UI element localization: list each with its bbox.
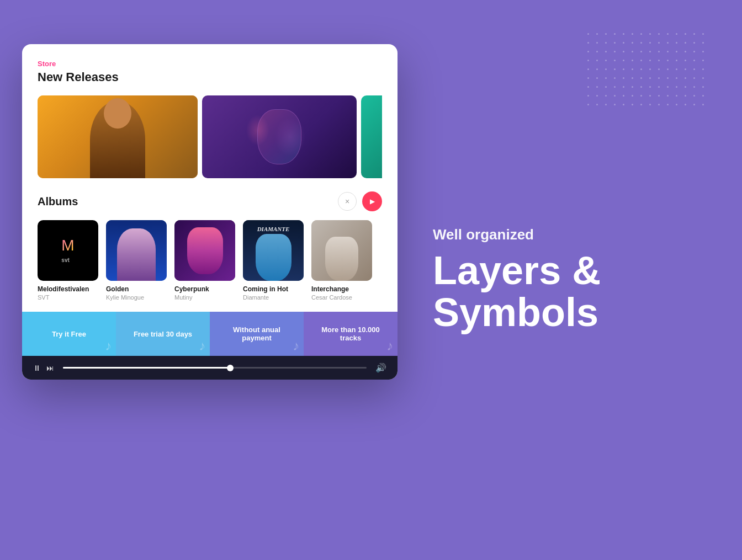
new-releases-title: New Releases bbox=[38, 70, 382, 84]
cta-tracks[interactable]: More than 10.000 tracks ♪ bbox=[304, 312, 398, 356]
cta-row: Try it Free ♪ Free trial 30 days ♪ Witho… bbox=[22, 312, 398, 356]
album-card-golden[interactable]: Golden Kylie Minogue bbox=[106, 220, 167, 301]
store-label: Store bbox=[38, 60, 382, 68]
player-progress-bar[interactable] bbox=[63, 367, 367, 369]
music-app-panel: Store New Releases bbox=[22, 44, 398, 380]
play-button[interactable]: ▶ bbox=[362, 191, 382, 211]
albums-section: Albums × ▶ M svt bbox=[38, 191, 382, 301]
cta-no-annual[interactable]: Without anual payment ♪ bbox=[210, 312, 304, 356]
main-heading: Layers & Symbols bbox=[433, 250, 601, 333]
cta-free-trial[interactable]: Free trial 30 days ♪ bbox=[116, 312, 210, 356]
album-card-cyberpunk[interactable]: Cyberpunk Mutiny bbox=[174, 220, 235, 301]
player-progress-fill bbox=[63, 367, 230, 369]
album-artist-svt: SVT bbox=[38, 294, 98, 301]
player-bar: ⏸ ⏭ 🔊 bbox=[22, 356, 398, 380]
pause-button[interactable]: ⏸ bbox=[33, 364, 41, 372]
cta-label-4: More than 10.000 tracks bbox=[312, 326, 389, 342]
right-panel: Well organized Layers & Symbols bbox=[389, 0, 742, 560]
next-button[interactable]: ⏭ bbox=[46, 364, 54, 372]
volume-icon[interactable]: 🔊 bbox=[375, 362, 386, 373]
album-name-golden: Golden bbox=[106, 285, 167, 293]
album-card-interchange[interactable]: Interchange Cesar Cardose bbox=[311, 220, 372, 301]
featured-row bbox=[38, 95, 382, 178]
cta-label-1: Try it Free bbox=[52, 330, 86, 338]
featured-card-1[interactable] bbox=[38, 95, 198, 178]
album-name-svt: Melodifestivalen bbox=[38, 285, 98, 293]
music-note-icon-1: ♪ bbox=[105, 338, 112, 354]
album-name-hot: Coming in Hot bbox=[243, 285, 304, 293]
player-controls: ⏸ ⏭ bbox=[33, 364, 54, 372]
album-name-cyberpunk: Cyberpunk bbox=[174, 285, 235, 293]
music-note-icon-2: ♪ bbox=[199, 338, 205, 354]
albums-title: Albums bbox=[38, 195, 78, 208]
album-card-hot[interactable]: DIAMANTE Coming in Hot Diamante bbox=[243, 220, 304, 301]
featured-card-2[interactable] bbox=[202, 95, 357, 178]
album-artist-interchange: Cesar Cardose bbox=[311, 294, 372, 301]
album-cards-row: M svt Melodifestivalen SVT bbox=[38, 220, 382, 301]
subtitle: Well organized bbox=[433, 226, 534, 243]
album-artist-cyberpunk: Mutiny bbox=[174, 294, 235, 301]
cta-try-free[interactable]: Try it Free ♪ bbox=[22, 312, 116, 356]
cta-label-2: Free trial 30 days bbox=[134, 330, 192, 338]
music-note-icon-4: ♪ bbox=[386, 338, 393, 354]
albums-header: Albums × ▶ bbox=[38, 191, 382, 211]
album-card-svt[interactable]: M svt Melodifestivalen SVT bbox=[38, 220, 98, 301]
player-progress-thumb[interactable] bbox=[227, 365, 234, 371]
featured-card-3[interactable] bbox=[361, 95, 382, 178]
album-name-interchange: Interchange bbox=[311, 285, 372, 293]
album-artist-golden: Kylie Minogue bbox=[106, 294, 167, 301]
albums-controls: × ▶ bbox=[338, 191, 382, 211]
close-button[interactable]: × bbox=[338, 192, 357, 211]
cta-label-3: Without anual payment bbox=[219, 326, 295, 342]
music-note-icon-3: ♪ bbox=[293, 338, 299, 354]
album-artist-hot: Diamante bbox=[243, 294, 304, 301]
